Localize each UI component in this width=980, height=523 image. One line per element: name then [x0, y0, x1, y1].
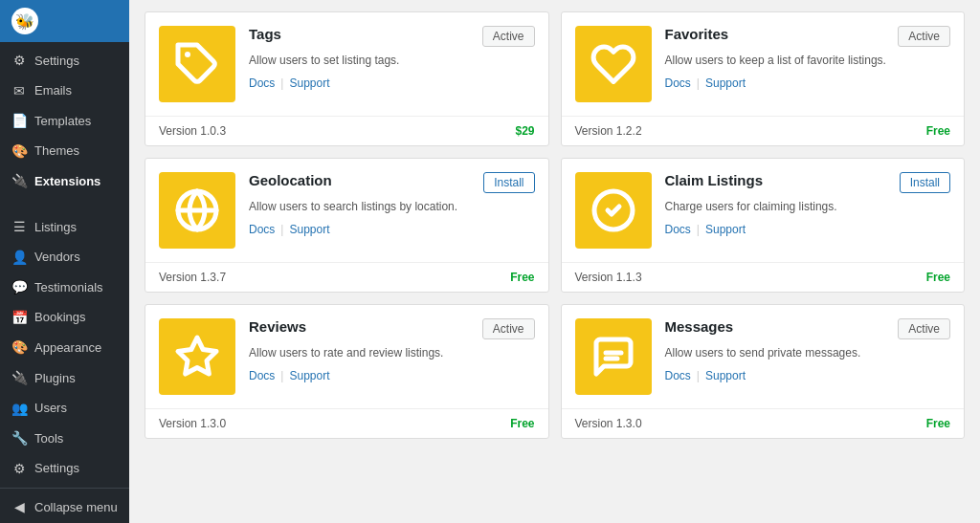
sidebar-item-testimonials[interactable]: 💬 Testimonials — [0, 272, 129, 303]
sidebar-item-appearance[interactable]: 🎨 Appearance — [0, 333, 129, 363]
main-content: Tags Active Allow users to set listing t… — [129, 0, 980, 523]
card-icon-globe — [159, 172, 235, 249]
sidebar-item-label: Collapse menu — [34, 499, 118, 516]
card-top: Favorites Active Allow users to keep a l… — [562, 12, 965, 116]
card-version: Version 1.3.0 — [159, 417, 226, 430]
card-title: Favorites — [665, 26, 729, 42]
support-link[interactable]: Support — [289, 369, 329, 382]
card-content: Claim Listings Install Charge users for … — [665, 172, 951, 236]
card-header: Tags Active — [249, 26, 535, 47]
card-price: Free — [926, 417, 950, 430]
extension-card-reviews: Reviews Active Allow users to rate and r… — [145, 304, 549, 439]
sidebar-item-label: Settings — [34, 53, 79, 70]
sidebar-menu-section: ☰ Listings 👤 Vendors 💬 Testimonials 📅 Bo… — [0, 208, 129, 523]
sidebar-logo[interactable]: 🐝 — [0, 0, 129, 42]
sidebar-item-tools[interactable]: 🔧 Tools — [0, 424, 129, 454]
support-link[interactable]: Support — [705, 76, 746, 90]
card-links: Docs | Support — [665, 76, 951, 90]
sidebar-item-collapse[interactable]: ◀ Collapse menu — [0, 492, 129, 523]
docs-link[interactable]: Docs — [665, 76, 691, 90]
sidebar-item-label: Themes — [34, 142, 79, 160]
card-links: Docs | Support — [249, 76, 535, 90]
card-top: Geolocation Install Allow users to searc… — [145, 159, 548, 262]
status-install-button[interactable]: Install — [483, 172, 534, 193]
card-header: Messages Active — [665, 318, 951, 339]
support-link[interactable]: Support — [705, 369, 746, 382]
support-link[interactable]: Support — [289, 223, 329, 236]
sidebar-item-settings2[interactable]: ⚙ Settings — [0, 454, 129, 485]
sidebar-item-extensions[interactable]: 🔌 Extensions — [0, 166, 129, 197]
templates-icon: 📄 — [11, 112, 27, 131]
status-active-button[interactable]: Active — [898, 318, 950, 339]
card-top: Claim Listings Install Charge users for … — [562, 159, 965, 262]
status-active-button[interactable]: Active — [482, 26, 535, 47]
link-divider: | — [280, 369, 283, 382]
svg-point-0 — [185, 52, 190, 57]
plugins-icon: 🔌 — [11, 369, 27, 388]
card-title: Messages — [665, 318, 734, 335]
users-icon: 👥 — [11, 400, 27, 419]
card-content: Tags Active Allow users to set listing t… — [249, 26, 535, 90]
card-header: Favorites Active — [665, 26, 951, 47]
support-link[interactable]: Support — [705, 223, 746, 236]
sidebar-item-plugins[interactable]: 🔌 Plugins — [0, 363, 129, 394]
sidebar-item-settings[interactable]: ⚙ Settings — [0, 46, 129, 76]
link-divider: | — [697, 76, 700, 90]
docs-link[interactable]: Docs — [249, 369, 275, 382]
card-title: Geolocation — [249, 172, 332, 188]
card-version: Version 1.0.3 — [159, 124, 226, 138]
card-title: Claim Listings — [665, 172, 764, 188]
vendors-icon: 👤 — [11, 249, 27, 268]
status-active-button[interactable]: Active — [898, 26, 950, 47]
card-links: Docs | Support — [249, 223, 535, 236]
listings-icon: ☰ — [11, 218, 27, 237]
sidebar-item-label: Listings — [34, 219, 77, 236]
docs-link[interactable]: Docs — [249, 76, 275, 90]
status-install-button[interactable]: Install — [900, 172, 950, 193]
card-price: Free — [926, 271, 950, 284]
docs-link[interactable]: Docs — [665, 369, 691, 382]
docs-link[interactable]: Docs — [249, 223, 275, 236]
sidebar-divider2 — [0, 488, 129, 489]
card-version: Version 1.3.0 — [575, 417, 642, 430]
card-footer: Version 1.2.2 Free — [562, 116, 965, 145]
extension-card-tags: Tags Active Allow users to set listing t… — [145, 11, 549, 146]
card-footer: Version 1.0.3 $29 — [145, 116, 548, 145]
card-footer: Version 1.3.7 Free — [145, 262, 548, 292]
card-description: Allow users to search listings by locati… — [249, 198, 535, 215]
card-description: Allow users to keep a list of favorite l… — [665, 52, 951, 69]
sidebar-item-templates[interactable]: 📄 Templates — [0, 106, 129, 137]
card-content: Favorites Active Allow users to keep a l… — [665, 26, 951, 90]
link-divider: | — [697, 369, 700, 382]
sidebar-item-themes[interactable]: 🎨 Themes — [0, 137, 129, 167]
card-header: Reviews Active — [249, 318, 535, 339]
sidebar-top-section: ⚙ Settings ✉ Emails 📄 Templates 🎨 Themes… — [0, 42, 129, 201]
card-title: Reviews — [249, 318, 306, 335]
sidebar-item-label: Templates — [34, 113, 91, 130]
sidebar-item-label: Appearance — [34, 339, 101, 357]
sidebar-item-label: Vendors — [34, 249, 80, 266]
card-top: Reviews Active Allow users to rate and r… — [145, 305, 548, 408]
sidebar-item-users[interactable]: 👥 Users — [0, 394, 129, 425]
sidebar-item-label: Users — [34, 400, 67, 417]
sidebar-item-label: Testimonials — [34, 279, 103, 296]
link-divider: | — [280, 76, 283, 90]
card-content: Messages Active Allow users to send priv… — [665, 318, 951, 382]
extensions-icon: 🔌 — [11, 172, 27, 191]
status-active-button[interactable]: Active — [482, 318, 535, 339]
card-content: Geolocation Install Allow users to searc… — [249, 172, 535, 236]
sidebar-item-vendors[interactable]: 👤 Vendors — [0, 243, 129, 273]
appearance-icon: 🎨 — [11, 338, 27, 358]
card-top: Messages Active Allow users to send priv… — [562, 305, 965, 408]
sidebar-item-label: Tools — [34, 430, 63, 447]
sidebar-item-listings[interactable]: ☰ Listings — [0, 212, 129, 243]
card-price: Free — [510, 417, 534, 430]
emails-icon: ✉ — [11, 82, 27, 101]
card-version: Version 1.2.2 — [575, 124, 642, 138]
docs-link[interactable]: Docs — [665, 223, 691, 236]
sidebar-item-emails[interactable]: ✉ Emails — [0, 76, 129, 107]
support-link[interactable]: Support — [289, 76, 329, 90]
card-footer: Version 1.1.3 Free — [562, 262, 965, 292]
card-content: Reviews Active Allow users to rate and r… — [249, 318, 535, 382]
sidebar-item-bookings[interactable]: 📅 Bookings — [0, 303, 129, 334]
